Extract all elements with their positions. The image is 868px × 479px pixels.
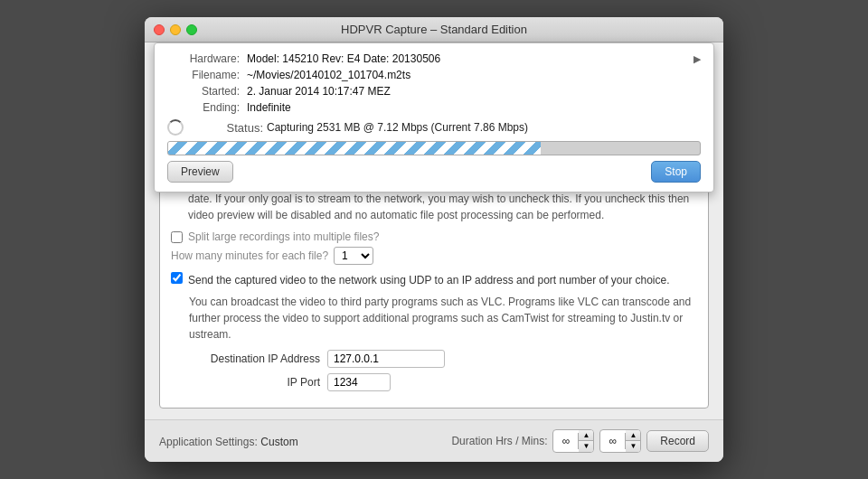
hardware-value: Model: 145210 Rev: E4 Date: 20130506 xyxy=(247,52,693,65)
duration-label: Duration Hrs / Mins: xyxy=(451,435,547,447)
hours-value: ∞ xyxy=(553,433,579,449)
split-row: Split large recordings into multiple fil… xyxy=(171,230,697,243)
mins-stepper: ∞ ▲ ▼ xyxy=(599,429,641,453)
split-label: Split large recordings into multiple fil… xyxy=(188,230,379,243)
popup-buttons: Preview Stop xyxy=(167,161,701,183)
app-settings-label: Application Settings: xyxy=(159,436,258,448)
record-button[interactable]: Record xyxy=(646,430,709,452)
dest-ip-label: Destination IP Address xyxy=(189,352,320,365)
ending-value: Indefinite xyxy=(247,101,701,114)
mins-value: ∞ xyxy=(600,433,626,449)
ip-port-label: IP Port xyxy=(189,376,320,389)
preview-button[interactable]: Preview xyxy=(167,161,233,183)
hours-stepper: ∞ ▲ ▼ xyxy=(552,429,594,453)
hours-up[interactable]: ▲ xyxy=(579,430,593,441)
right-controls: Duration Hrs / Mins: ∞ ▲ ▼ ∞ ▲ ▼ Record xyxy=(451,429,709,453)
app-settings-value: Custom xyxy=(260,436,297,448)
mins-arrows: ▲ ▼ xyxy=(626,430,640,452)
close-button[interactable] xyxy=(154,24,165,35)
dest-ip-row: Destination IP Address xyxy=(171,350,697,368)
status-label: Status: xyxy=(191,121,263,135)
filename-label: Filename: xyxy=(167,69,240,81)
hardware-label: Hardware: xyxy=(167,52,240,65)
ip-port-input[interactable] xyxy=(327,373,391,391)
udp-label: Send the captured video to the network u… xyxy=(188,272,670,288)
ip-port-row: IP Port xyxy=(171,373,697,391)
window-title: HDPVR Capture – Standard Edition xyxy=(341,23,527,36)
filename-value: ~/Movies/20140102_101704.m2ts xyxy=(247,69,701,81)
capture-popup: Hardware: Model: 145210 Rev: E4 Date: 20… xyxy=(154,42,714,193)
hours-arrows: ▲ ▼ xyxy=(579,430,593,452)
progress-bar xyxy=(167,141,701,155)
how-many-row: How many minutes for each file? 1 5 10 3… xyxy=(171,247,697,265)
status-value: Capturing 2531 MB @ 7.12 Mbps (Current 7… xyxy=(267,121,528,134)
ending-label: Ending: xyxy=(167,101,240,114)
started-value: 2. Januar 2014 10:17:47 MEZ xyxy=(247,85,701,98)
minutes-select[interactable]: 1 5 10 30 xyxy=(334,247,373,265)
split-checkbox[interactable] xyxy=(171,231,183,243)
arrow-icon: ▶ xyxy=(693,53,701,65)
mins-up[interactable]: ▲ xyxy=(626,430,640,441)
progress-fill xyxy=(168,142,541,155)
dest-ip-input[interactable] xyxy=(327,350,445,368)
mins-down[interactable]: ▼ xyxy=(626,441,640,452)
hours-down[interactable]: ▼ xyxy=(579,441,593,452)
bottom-bar: Application Settings: Custom Duration Hr… xyxy=(145,419,723,462)
titlebar: HDPVR Capture – Standard Edition xyxy=(145,17,723,42)
app-settings: Application Settings: Custom xyxy=(159,435,298,448)
how-many-label: How many minutes for each file? xyxy=(171,249,328,262)
udp-description: You can broadcast the video to third par… xyxy=(171,294,697,343)
minimize-button[interactable] xyxy=(170,24,181,35)
udp-checkbox[interactable] xyxy=(171,272,183,284)
udp-row: Send the captured video to the network u… xyxy=(171,272,697,288)
stop-button[interactable]: Stop xyxy=(651,161,701,183)
maximize-button[interactable] xyxy=(186,24,197,35)
main-window: HDPVR Capture – Standard Edition Hardwar… xyxy=(145,17,723,462)
started-label: Started: xyxy=(167,85,240,98)
spinner-icon xyxy=(167,119,184,136)
traffic-lights xyxy=(154,24,197,35)
